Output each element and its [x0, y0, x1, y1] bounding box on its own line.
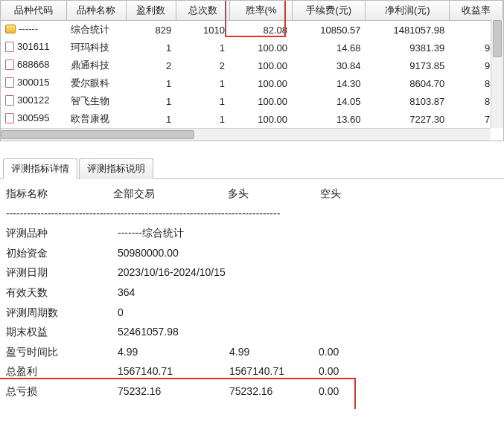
cell-code: 301611 — [1, 39, 66, 54]
metric-long — [229, 322, 319, 342]
cell-code: 300595 — [1, 110, 66, 126]
cell-rate: 82.08 — [230, 21, 293, 39]
metric-all: 2023/10/16-2024/10/15 — [118, 263, 229, 283]
col-rate[interactable]: 胜率(% — [230, 1, 293, 21]
code-text: 300122 — [17, 94, 49, 106]
cell-name: 智飞生物 — [66, 92, 126, 110]
separator-dashes: ----------------------------------------… — [6, 204, 498, 224]
col-fee[interactable]: 手续费(元) — [293, 1, 366, 21]
scroll-thumb-h[interactable] — [1, 130, 194, 139]
detail-row: 初始资金50980000.00 — [6, 243, 498, 263]
metric-short: 0.00 — [319, 381, 378, 402]
detail-col-all: 全部交易 — [113, 184, 225, 204]
detail-header: 指标名称 全部交易 多头 空头 — [6, 184, 498, 204]
cell-profit: 9173.85 — [366, 57, 450, 74]
table-row[interactable]: ------综合统计829101082.0810850.571481057.98… — [1, 21, 503, 39]
metric-name: 初始资金 — [6, 243, 118, 263]
cell-wins: 1 — [126, 39, 176, 57]
metric-all: 75232.16 — [118, 381, 229, 402]
tab-metrics-detail[interactable]: 评测指标详情 — [3, 158, 77, 179]
col-return[interactable]: 收益率 — [450, 1, 503, 21]
table-row[interactable]: 300595欧普康视11100.0013.607227.3072. — [1, 110, 503, 128]
detail-col-long: 多头 — [228, 184, 317, 204]
detail-row: 评测日期2023/10/16-2024/10/15 — [6, 263, 498, 283]
metric-short — [319, 303, 378, 323]
detail-row: 总亏损75232.1675232.160.00 — [6, 381, 498, 402]
cell-name: 鼎通科技 — [66, 57, 126, 74]
results-table-container: 品种代码 品种名称 盈利数 总次数 胜率(% 手续费(元) 净利润(元) 收益率… — [0, 0, 504, 141]
cell-name: 欧普康视 — [66, 110, 126, 128]
cell-total: 1 — [176, 92, 230, 110]
horizontal-scrollbar[interactable] — [1, 128, 491, 141]
cell-rate: 100.00 — [230, 57, 293, 74]
folder-icon — [5, 25, 16, 33]
cell-code: ------ — [1, 21, 66, 36]
cell-fee: 30.84 — [293, 57, 366, 74]
cell-total: 2 — [176, 57, 230, 74]
cell-name: 综合统计 — [66, 21, 126, 39]
detail-col-short: 空头 — [320, 184, 341, 204]
cell-wins: 1 — [126, 92, 176, 110]
metric-all: 52461057.98 — [118, 322, 229, 342]
metric-long — [229, 303, 319, 323]
col-code[interactable]: 品种代码 — [1, 1, 66, 21]
cell-rate: 100.00 — [230, 39, 293, 57]
col-wins[interactable]: 盈利数 — [126, 1, 176, 21]
metrics-detail-panel: 指标名称 全部交易 多头 空头 ------------------------… — [0, 179, 504, 409]
cell-fee: 10850.57 — [293, 21, 366, 39]
metric-name: 评测周期数 — [6, 303, 118, 323]
metric-short: 0.00 — [319, 361, 378, 381]
metric-name: 有效天数 — [6, 283, 118, 303]
metric-short — [319, 223, 378, 243]
scroll-thumb-v[interactable] — [493, 20, 502, 57]
table-row[interactable]: 300122智飞生物11100.0014.058103.8781. — [1, 92, 503, 110]
code-text: 300015 — [17, 77, 49, 88]
metric-long — [229, 263, 319, 283]
cell-wins: 2 — [126, 57, 176, 74]
metric-short — [319, 263, 378, 283]
cell-total: 1 — [176, 74, 230, 92]
metric-short — [319, 322, 378, 342]
cell-fee: 14.05 — [293, 92, 366, 110]
table-row[interactable]: 300015爱尔眼科11100.0014.308604.7086. — [1, 74, 503, 92]
metric-all: 364 — [118, 283, 229, 303]
col-name[interactable]: 品种名称 — [66, 1, 126, 21]
metric-short — [319, 243, 378, 263]
vertical-scrollbar[interactable] — [491, 20, 503, 128]
cell-wins: 1 — [126, 74, 176, 92]
cell-fee: 14.68 — [293, 39, 366, 57]
tab-metrics-explain[interactable]: 评测指标说明 — [79, 158, 153, 179]
cell-wins: 829 — [126, 21, 176, 39]
cell-profit: 1481057.98 — [366, 21, 450, 39]
col-profit[interactable]: 净利润(元) — [366, 1, 450, 21]
metric-long: 4.99 — [229, 342, 319, 362]
metric-name: 期末权益 — [6, 322, 118, 342]
detail-row: 盈亏时间比4.994.990.00 — [6, 342, 498, 362]
detail-tabs: 评测指标详情 评测指标说明 — [0, 158, 504, 179]
table-header-row: 品种代码 品种名称 盈利数 总次数 胜率(% 手续费(元) 净利润(元) 收益率 — [1, 1, 503, 21]
doc-icon — [5, 77, 14, 88]
metric-name: 评测日期 — [6, 263, 118, 283]
metric-name: 盈亏时间比 — [6, 342, 118, 362]
table-row[interactable]: 688668鼎通科技22100.0030.849173.8591. — [1, 57, 503, 74]
code-text: ------ — [19, 23, 38, 34]
results-table: 品种代码 品种名称 盈利数 总次数 胜率(% 手续费(元) 净利润(元) 收益率… — [1, 1, 503, 128]
col-total[interactable]: 总次数 — [176, 1, 230, 21]
doc-icon — [5, 113, 14, 123]
cell-total: 1010 — [176, 21, 230, 39]
cell-rate: 100.00 — [230, 74, 293, 92]
doc-icon — [5, 59, 14, 70]
metric-name: 总盈利 — [6, 361, 118, 381]
detail-row: 评测周期数 0 — [6, 303, 498, 323]
code-text: 301611 — [17, 41, 49, 52]
detail-row: 评测品种-------综合统计 — [6, 223, 498, 243]
code-text: 300595 — [17, 112, 49, 123]
metric-long: 75232.16 — [229, 381, 319, 402]
table-row[interactable]: 301611珂玛科技11100.0014.689381.3993. — [1, 39, 503, 57]
metric-long — [229, 223, 319, 243]
metric-all: 0 — [118, 303, 229, 323]
metric-all: -------综合统计 — [118, 223, 229, 243]
metric-long: 1567140.71 — [229, 361, 319, 381]
cell-profit: 8103.87 — [366, 92, 450, 110]
cell-profit: 8604.70 — [366, 74, 450, 92]
